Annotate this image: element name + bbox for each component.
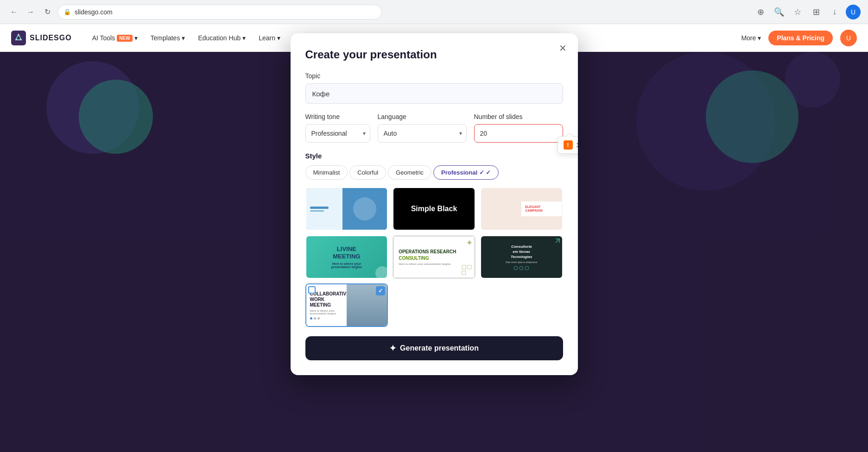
warning-icon: ! xyxy=(564,140,573,150)
template-thumb-ops: ✦ OPERATIONS RESEARCH CONSULTING Here is… xyxy=(393,236,475,278)
generate-button[interactable]: ✦ Generate presentation xyxy=(305,336,563,360)
language-select[interactable]: Auto English Spanish French Russian xyxy=(378,124,467,143)
style-tabs: Minimalist Colorful Geometric Profession… xyxy=(305,165,563,180)
svg-rect-2 xyxy=(462,265,466,269)
template-professional-blue[interactable] xyxy=(305,187,388,231)
address-bar[interactable]: 🔒 slidesgo.com xyxy=(57,5,382,19)
ops-title: OPERATIONS RESEARCH xyxy=(399,249,456,255)
template-operations-research[interactable]: ✦ OPERATIONS RESEARCH CONSULTING Here is… xyxy=(393,235,475,279)
refresh-button[interactable]: ↻ xyxy=(41,6,54,19)
topic-input[interactable] xyxy=(305,83,563,104)
livine-circle xyxy=(375,266,387,278)
template-collaborative[interactable]: COLLABORATIVEWORK MEETING Here is where … xyxy=(305,283,388,327)
template-simple-black[interactable]: Simple Black xyxy=(393,187,475,231)
form-row-settings: Writing tone Professional Casual Formal … xyxy=(305,113,563,143)
style-tab-colorful[interactable]: Colorful xyxy=(349,165,386,180)
template-thumb-elegant: ELEGANTCAMPAIGN xyxy=(481,188,562,230)
language-label: Language xyxy=(378,113,467,120)
template-thumb-livine: LIVINEMEETING Here is where yourpresenta… xyxy=(306,236,387,278)
slides-count-input[interactable] xyxy=(474,124,563,143)
collab-title: COLLABORATIVEWORK MEETING xyxy=(310,291,343,308)
template-grid: Simple Black ELEGANTCAMPAIGN xyxy=(305,187,563,327)
elegant-title-text: ELEGANTCAMPAIGN xyxy=(525,205,558,213)
modal-title: Create your presentation xyxy=(305,48,563,61)
forward-button[interactable]: → xyxy=(24,6,37,19)
collab-dots xyxy=(310,317,343,320)
thumb-professional-inner xyxy=(306,188,387,230)
writing-tone-select[interactable]: Professional Casual Formal Inspirational xyxy=(305,124,370,143)
consultoria-dot-1 xyxy=(514,266,518,270)
writing-tone-select-wrapper: Professional Casual Formal Inspirational… xyxy=(305,124,370,143)
consultoria-dot-2 xyxy=(520,266,523,270)
template-thumb-consultoria: Consultoriaem NovasTecnologias Faz com q… xyxy=(481,236,562,278)
thumb-livine-inner: LIVINEMEETING Here is where yourpresenta… xyxy=(306,236,387,278)
consultoria-arrow-icon xyxy=(555,238,560,245)
download-button[interactable]: ↓ xyxy=(827,5,842,19)
style-tab-professional[interactable]: Professional ✓ xyxy=(433,165,499,180)
error-message: Значение должно быть меньше или равно 14… xyxy=(577,142,578,149)
collab-sub: Here is where your presentation begins xyxy=(310,309,343,315)
ops-sub: CONSULTING xyxy=(399,256,429,261)
browser-actions: ⊕ 🔍 ☆ ⊞ ↓ U xyxy=(753,5,861,19)
error-tooltip: ! Значение должно быть меньше или равно … xyxy=(558,136,578,154)
collab-dot-3 xyxy=(317,317,320,320)
back-button[interactable]: ← xyxy=(7,6,20,19)
create-presentation-modal: ✕ Create your presentation Topic Writing… xyxy=(291,33,578,375)
thumb-collab-inner: COLLABORATIVEWORK MEETING Here is where … xyxy=(306,284,387,326)
template-consultoria[interactable]: Consultoriaem NovasTecnologias Faz com q… xyxy=(480,235,563,279)
slides-count-col: Number of slides ! Значение должно быть … xyxy=(474,113,563,143)
generate-label: Generate presentation xyxy=(400,344,479,352)
writing-tone-col: Writing tone Professional Casual Formal … xyxy=(305,113,370,143)
language-col: Language Auto English Spanish French Rus… xyxy=(378,113,467,143)
url-text: slidesgo.com xyxy=(75,8,113,16)
prof-line-2 xyxy=(310,210,324,212)
browser-chrome: ← → ↻ 🔒 slidesgo.com ⊕ 🔍 ☆ ⊞ ↓ U xyxy=(0,0,868,24)
svg-rect-3 xyxy=(468,265,471,269)
thumb-ops-inner: ✦ OPERATIONS RESEARCH CONSULTING Here is… xyxy=(394,237,474,277)
ops-small: Here is where your presentation begins xyxy=(399,263,450,265)
consultoria-text: Consultoriaem NovasTecnologias xyxy=(511,244,532,260)
svg-rect-4 xyxy=(462,271,466,275)
style-tab-geometric[interactable]: Geometric xyxy=(388,165,431,180)
sparkle-icon: ✦ xyxy=(389,343,396,353)
thumb-prof-left xyxy=(306,188,343,230)
user-avatar-browser[interactable]: U xyxy=(846,5,861,19)
modal-overlay: ✕ Create your presentation Topic Writing… xyxy=(0,24,868,452)
writing-tone-label: Writing tone xyxy=(305,113,370,120)
template-thumb-professional xyxy=(306,188,387,230)
livine-sub: Here is where yourpresentation begins xyxy=(331,262,362,269)
language-select-wrapper: Auto English Spanish French Russian ▾ xyxy=(378,124,467,143)
ops-bottom-decoration xyxy=(461,264,472,276)
thumb-prof-right xyxy=(342,188,387,230)
modal-close-button[interactable]: ✕ xyxy=(556,41,570,56)
consultoria-dot-3 xyxy=(525,266,529,270)
template-thumb-simple-black: Simple Black xyxy=(393,188,475,230)
collab-dot-1 xyxy=(310,317,312,320)
translate-button[interactable]: ⊕ xyxy=(753,5,768,19)
prof-person xyxy=(353,197,376,220)
lock-icon: 🔒 xyxy=(63,8,71,15)
topic-label: Topic xyxy=(305,72,563,80)
simple-black-text: Simple Black xyxy=(411,205,457,213)
prof-line-1 xyxy=(310,207,329,209)
collab-dot-2 xyxy=(314,317,316,320)
extensions-button[interactable]: ⊞ xyxy=(809,5,824,19)
ops-plus-icon: ✦ xyxy=(466,239,472,247)
livine-title: LIVINEMEETING xyxy=(333,245,360,260)
style-tab-minimalist[interactable]: Minimalist xyxy=(305,165,348,180)
template-elegant-campaign[interactable]: ELEGANTCAMPAIGN xyxy=(480,187,563,231)
consultoria-dots xyxy=(514,266,529,270)
slides-label: Number of slides xyxy=(474,113,563,120)
template-thumb-collaborative: COLLABORATIVEWORK MEETING Here is where … xyxy=(306,284,387,326)
consultoria-sub: Faz com que a empresa xyxy=(506,261,537,264)
style-section: Style Minimalist Colorful Geometric Prof… xyxy=(305,152,563,327)
thumb-elegant-right: ELEGANTCAMPAIGN xyxy=(521,201,562,217)
bookmark-button[interactable]: ☆ xyxy=(790,5,805,19)
selected-check-icon: ✓ xyxy=(376,286,385,295)
template-livine-meeting[interactable]: LIVINEMEETING Here is where yourpresenta… xyxy=(305,235,388,279)
style-label: Style xyxy=(305,152,563,160)
zoom-button[interactable]: 🔍 xyxy=(772,5,786,19)
topic-group: Topic xyxy=(305,72,563,104)
select-checkbox xyxy=(308,286,316,294)
app-area: SLIDESGO AI Tools NEW ▾ Templates ▾ Educ… xyxy=(0,24,868,452)
